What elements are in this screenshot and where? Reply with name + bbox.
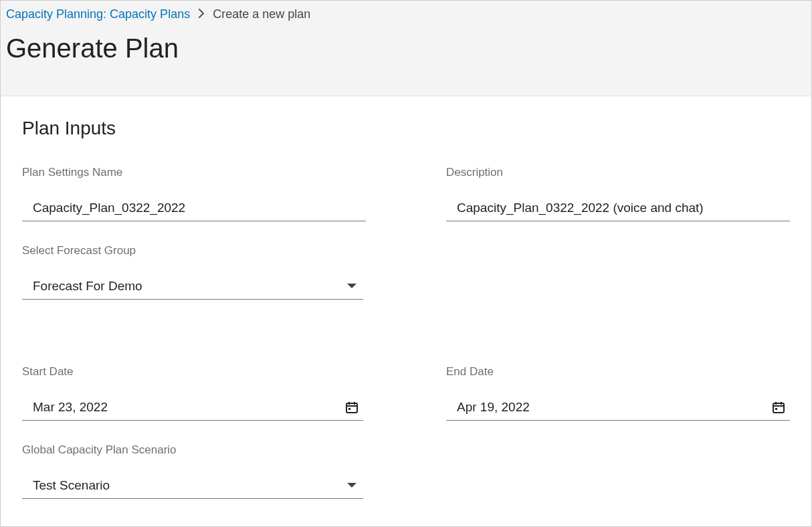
form-grid: Plan Settings Name Description Select Fo… <box>22 166 790 499</box>
start-date-input[interactable]: Mar 23, 2022 <box>22 396 363 421</box>
field-end-date: End Date Apr 19, 2022 <box>446 365 790 421</box>
field-plan-name: Plan Settings Name <box>22 166 366 221</box>
plan-name-label: Plan Settings Name <box>22 166 366 179</box>
chevron-right-icon <box>198 9 205 20</box>
svg-rect-5 <box>773 403 784 413</box>
scenario-select[interactable]: Test Scenario <box>22 474 363 499</box>
scenario-value: Test Scenario <box>33 478 110 493</box>
plan-name-input-wrap[interactable] <box>22 197 366 221</box>
spacer <box>22 322 790 342</box>
end-date-label: End Date <box>446 365 790 379</box>
field-forecast-group: Select Forecast Group Forecast For Demo <box>22 244 366 300</box>
forecast-group-value: Forecast For Demo <box>33 279 142 294</box>
end-date-value: Apr 19, 2022 <box>457 400 530 415</box>
section-title: Plan Inputs <box>22 118 790 139</box>
field-start-date: Start Date Mar 23, 2022 <box>22 365 366 421</box>
description-input[interactable] <box>457 201 789 215</box>
empty-cell <box>446 244 790 300</box>
description-label: Description <box>446 166 790 179</box>
caret-down-icon <box>344 279 359 294</box>
start-date-value: Mar 23, 2022 <box>33 400 108 415</box>
description-input-wrap[interactable] <box>446 197 790 221</box>
breadcrumb-root-link[interactable]: Capacity Planning: Capacity Plans <box>6 7 190 21</box>
caret-down-icon <box>344 478 359 493</box>
header-region: Capacity Planning: Capacity Plans Create… <box>1 1 811 96</box>
scenario-label: Global Capacity Plan Scenario <box>22 443 366 457</box>
calendar-icon <box>771 400 786 415</box>
forecast-group-select[interactable]: Forecast For Demo <box>22 275 363 300</box>
calendar-icon <box>344 400 359 415</box>
plan-name-input[interactable] <box>33 201 365 215</box>
start-date-label: Start Date <box>22 365 366 379</box>
svg-rect-9 <box>775 408 777 410</box>
breadcrumb: Capacity Planning: Capacity Plans Create… <box>1 1 811 25</box>
svg-rect-4 <box>348 408 350 410</box>
svg-rect-0 <box>346 403 357 413</box>
breadcrumb-current: Create a new plan <box>213 7 310 21</box>
field-description: Description <box>446 166 790 221</box>
field-scenario: Global Capacity Plan Scenario Test Scena… <box>22 443 366 499</box>
forecast-group-label: Select Forecast Group <box>22 244 366 257</box>
end-date-input[interactable]: Apr 19, 2022 <box>446 396 790 421</box>
content-region: Plan Inputs Plan Settings Name Descripti… <box>1 96 811 526</box>
page-title: Generate Plan <box>1 25 811 96</box>
